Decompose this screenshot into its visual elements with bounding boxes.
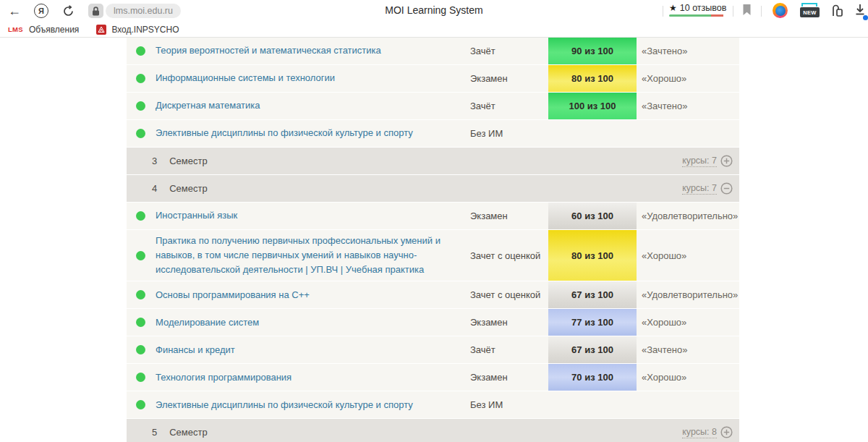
semester-courses-group: курсы: 7	[682, 155, 733, 167]
status-dot-icon	[136, 290, 145, 299]
lock-icon	[92, 7, 100, 16]
course-name-link[interactable]: Практика по получению первичных професси…	[156, 230, 470, 281]
status-dot-icon	[136, 318, 145, 327]
semester-header-row: 5Семестркурсы: 8	[127, 419, 739, 442]
star-icon: ★	[669, 3, 677, 13]
exam-type: Без ИМ	[470, 399, 548, 410]
refresh-icon	[62, 5, 75, 17]
status-dot-icon	[136, 211, 145, 221]
course-row: Информационные системы и технологииЭкзам…	[127, 65, 739, 92]
status-dot-icon	[136, 251, 145, 260]
extension-button[interactable]	[773, 3, 788, 18]
plus-circle-icon	[720, 426, 733, 438]
score-badge: 67 из 100	[548, 281, 637, 308]
status-cell	[127, 400, 156, 409]
exam-type: Зачёт	[470, 46, 548, 56]
yandex-home-button[interactable]: Я	[33, 2, 50, 20]
screenshot-tool-button[interactable]: NEW	[800, 3, 820, 18]
status-cell	[127, 101, 156, 111]
address-bar[interactable]: lms.moi.edu.ru	[106, 4, 181, 18]
plus-circle-icon	[720, 155, 733, 167]
course-name-link[interactable]: Иностранный язык	[156, 205, 470, 226]
yandex-logo-icon: Я	[34, 4, 48, 18]
course-row: Моделирование системЭкзамен77 из 100«Хор…	[127, 309, 739, 336]
exam-type: Зачет с оценкой	[470, 250, 548, 261]
inpsycho-favicon	[96, 25, 106, 35]
status-cell	[127, 211, 156, 221]
rating-text: 10 отзывов	[680, 3, 727, 13]
site-security-button[interactable]	[88, 4, 103, 18]
toolbar-divider	[663, 6, 663, 17]
status-dot-icon	[136, 46, 145, 56]
course-row: Дискретная математикаЗачёт100 из 100«Зач…	[127, 93, 739, 119]
exam-type: Экзамен	[470, 372, 548, 383]
expand-button[interactable]	[720, 426, 733, 438]
bookmark-button[interactable]	[742, 4, 752, 19]
course-name-link[interactable]: Элективные дисциплины по физической куль…	[156, 394, 470, 416]
bookmark-item-inpsycho[interactable]: Вход.INPSYCHO	[96, 25, 179, 35]
exam-type: Экзамен	[470, 73, 548, 84]
grade-text: «Удовлетворительно»	[637, 289, 739, 300]
course-row: Технология программированияЭкзамен70 из …	[127, 364, 739, 391]
exam-type: Без ИМ	[470, 128, 548, 139]
collapse-button[interactable]	[720, 182, 733, 195]
bookmark-item-announcements[interactable]: LMS Объявления	[7, 25, 79, 35]
course-row: Элективные дисциплины по физической куль…	[127, 120, 739, 147]
status-dot-icon	[136, 400, 145, 409]
rating-bar-negative	[711, 14, 723, 17]
page-content: Теория вероятностей и математическая ста…	[0, 38, 868, 442]
bookmark-label: Объявления	[29, 25, 79, 35]
score-cell-empty	[548, 391, 637, 418]
semester-header-row: 4Семестркурсы: 7	[127, 175, 739, 202]
grade-text: «Зачтено»	[637, 101, 739, 111]
course-row: Практика по получению первичных професси…	[127, 230, 739, 281]
status-cell	[127, 345, 156, 354]
back-button[interactable]: ←	[6, 2, 23, 20]
semester-courses-group: курсы: 8	[682, 426, 733, 438]
status-cell	[127, 74, 156, 83]
course-name-link[interactable]: Финансы и кредит	[156, 339, 470, 361]
course-name-link[interactable]: Технология программирования	[156, 367, 470, 388]
collections-button[interactable]	[829, 3, 845, 22]
course-name-link[interactable]: Дискретная математика	[156, 95, 470, 116]
semester-courses-link[interactable]: курсы: 7	[682, 183, 717, 195]
course-row: Теория вероятностей и математическая ста…	[127, 38, 739, 64]
grade-text: «Зачтено»	[637, 46, 739, 56]
course-name-link[interactable]: Информационные системы и технологии	[156, 67, 470, 89]
status-cell	[127, 318, 156, 327]
grade-text: «Удовлетворительно»	[637, 211, 739, 221]
grade-text: «Зачтено»	[637, 344, 739, 355]
exam-type: Зачет с оценкой	[470, 289, 548, 300]
status-dot-icon	[136, 129, 145, 138]
expand-button[interactable]	[720, 155, 733, 167]
score-badge: 70 из 100	[548, 364, 637, 391]
course-name-link[interactable]: Основы программирования на C++	[156, 284, 470, 306]
course-name-link[interactable]: Теория вероятностей и математическая ста…	[156, 40, 470, 61]
score-badge: 90 из 100	[548, 38, 637, 64]
course-name-link[interactable]: Моделирование систем	[156, 312, 470, 333]
score-badge: 67 из 100	[548, 336, 637, 363]
rating-bar-positive	[669, 14, 711, 17]
grade-text: «Хорошо»	[637, 73, 739, 84]
semester-header-row: 3Семестркурсы: 7	[127, 148, 739, 174]
page-title: MOI Learning System	[318, 4, 550, 16]
score-badge: 77 из 100	[548, 309, 637, 336]
downloads-button[interactable]	[854, 3, 868, 20]
semester-number: 3	[152, 156, 157, 166]
refresh-button[interactable]	[59, 2, 77, 20]
status-cell	[127, 46, 156, 56]
new-badge-label: NEW	[800, 7, 820, 17]
exam-type: Зачёт	[470, 344, 548, 355]
bookmark-flag-icon	[742, 4, 752, 16]
semester-courses-link[interactable]: курсы: 7	[682, 156, 717, 167]
minus-circle-icon	[720, 182, 733, 195]
site-rating-button[interactable]: ★ 10 отзывов	[669, 3, 727, 17]
toolbar-divider	[761, 6, 762, 17]
status-cell	[127, 251, 156, 260]
collections-icon	[829, 3, 845, 19]
course-name-link[interactable]: Элективные дисциплины по физической куль…	[156, 122, 470, 144]
semester-courses-link[interactable]: курсы: 8	[682, 427, 717, 438]
exam-type: Экзамен	[470, 211, 548, 221]
toolbar-divider	[733, 6, 733, 17]
bookmark-label: Вход.INPSYCHO	[111, 25, 179, 35]
